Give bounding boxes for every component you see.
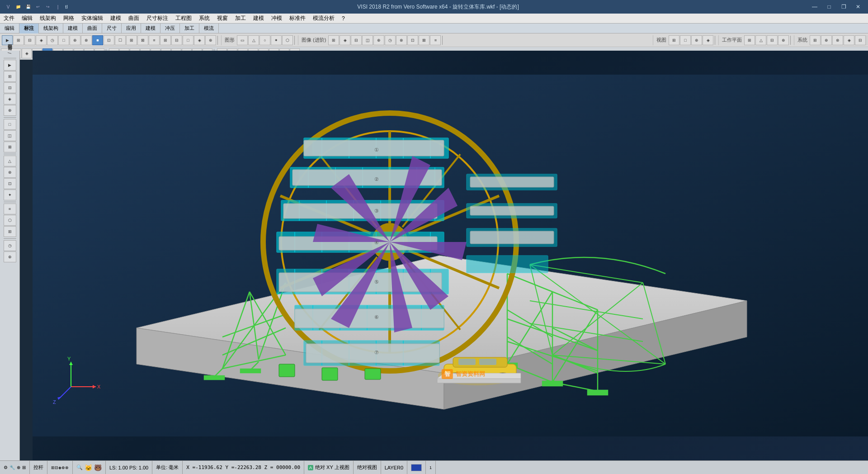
tab-moldflow[interactable]: 模流: [199, 24, 219, 33]
side-btn-10[interactable]: ⊗: [4, 167, 16, 178]
tab-edit[interactable]: 编辑: [0, 24, 19, 33]
side-btn-15[interactable]: ⊞: [4, 226, 16, 237]
minimize-button[interactable]: —: [808, 2, 821, 12]
tool-16[interactable]: ⊟: [171, 35, 182, 45]
shape-4[interactable]: ✦: [271, 35, 282, 45]
menu-surface[interactable]: 曲面: [125, 14, 143, 24]
menu-system[interactable]: 系统: [195, 14, 213, 24]
sys-4[interactable]: ◈: [844, 35, 854, 45]
tool-12[interactable]: ⊞: [126, 35, 137, 45]
tool-9[interactable]: ■: [92, 35, 103, 45]
tool-14[interactable]: ≡: [149, 35, 160, 45]
tool-2[interactable]: ⊞: [13, 35, 24, 45]
tab-build[interactable]: 建模: [63, 24, 83, 33]
menu-machining[interactable]: 加工: [231, 14, 250, 24]
img-6[interactable]: ◷: [385, 35, 396, 45]
sys-2[interactable]: ⊕: [821, 35, 832, 45]
sys-5[interactable]: ⊟: [855, 35, 866, 45]
view-3[interactable]: ⊕: [691, 35, 702, 45]
side-btn-11[interactable]: ⊡: [4, 178, 16, 189]
side-btn-6[interactable]: □: [4, 119, 16, 130]
menu-standard-parts[interactable]: 标准件: [286, 14, 309, 24]
tool-7[interactable]: ⊕: [70, 35, 80, 45]
tool-15[interactable]: ⊞: [160, 35, 171, 45]
shape-5[interactable]: ⬡: [282, 35, 293, 45]
workplane-label: 工作平面: [720, 37, 744, 43]
menu-drawing[interactable]: 工程图: [172, 14, 195, 24]
tool-8[interactable]: ⊗: [81, 35, 92, 45]
menu-mesh[interactable]: 网格: [60, 14, 78, 24]
maximize-button[interactable]: □: [823, 2, 835, 12]
side-btn-12[interactable]: ✦: [4, 190, 16, 200]
tool-11[interactable]: ☐: [115, 35, 126, 45]
tab-stamping[interactable]: 冲压: [160, 24, 180, 33]
icon-t3[interactable]: ◈: [22, 48, 32, 58]
img-10[interactable]: ≡: [430, 35, 441, 45]
tab-size[interactable]: 尺寸: [102, 24, 122, 33]
wp-3[interactable]: ⊟: [767, 35, 778, 45]
side-btn-2[interactable]: ⊞: [4, 71, 16, 82]
img-2[interactable]: ◈: [340, 35, 350, 45]
menu-file[interactable]: 文件: [0, 14, 18, 24]
tool-6[interactable]: □: [58, 35, 69, 45]
tool-19[interactable]: ⊕: [205, 35, 216, 45]
tool-10[interactable]: ⊡: [104, 35, 114, 45]
tool-18[interactable]: ◈: [194, 35, 205, 45]
img-1[interactable]: ⊞: [328, 35, 339, 45]
side-btn-1[interactable]: ▶: [4, 60, 16, 71]
tool-4[interactable]: ◈: [36, 35, 47, 45]
tool-5[interactable]: ◷: [47, 35, 58, 45]
side-btn-3[interactable]: ⊟: [4, 82, 16, 93]
menu-dimension[interactable]: 尺寸标注: [143, 14, 172, 24]
menu-stamping[interactable]: 冲模: [268, 14, 286, 24]
tool-17[interactable]: □: [183, 35, 193, 45]
view-2[interactable]: □: [680, 35, 691, 45]
img-8[interactable]: ⊡: [407, 35, 418, 45]
side-btn-16[interactable]: ◷: [4, 240, 16, 251]
view-4[interactable]: ◈: [703, 35, 713, 45]
window-controls[interactable]: — □ ❐ ✕: [808, 2, 864, 12]
side-btn-13[interactable]: ≡: [4, 204, 16, 214]
side-btn-17[interactable]: ⊕: [4, 251, 16, 262]
tool-3[interactable]: ⊟: [24, 35, 35, 45]
menu-modeling2[interactable]: 建模: [250, 14, 268, 24]
img-5[interactable]: ⊕: [373, 35, 384, 45]
sys-3[interactable]: ⊗: [832, 35, 843, 45]
tab-wireframe[interactable]: 线架构: [39, 24, 63, 33]
img-4[interactable]: ◫: [362, 35, 373, 45]
side-btn-5[interactable]: ⊕: [4, 105, 16, 116]
wp-4[interactable]: ⊕: [778, 35, 789, 45]
wp-1[interactable]: ⊞: [744, 35, 755, 45]
sys-1[interactable]: ⊞: [810, 35, 821, 45]
side-btn-7[interactable]: ◫: [4, 130, 16, 141]
shape-3[interactable]: ○: [259, 35, 270, 45]
view-1[interactable]: ⊞: [669, 35, 679, 45]
tab-apply[interactable]: 应用: [122, 24, 141, 33]
shape-1[interactable]: ▭: [237, 35, 248, 45]
tab-machining[interactable]: 加工: [180, 24, 199, 33]
tool-13[interactable]: ⊠: [137, 35, 148, 45]
tab-model2[interactable]: 建模: [141, 24, 160, 33]
wp-2[interactable]: △: [755, 35, 766, 45]
menu-solid-edit[interactable]: 实体编辑: [78, 14, 107, 24]
side-btn-9[interactable]: △: [4, 156, 16, 166]
menu-mold-flow[interactable]: 模流分析: [309, 14, 338, 24]
menu-help[interactable]: ?: [338, 14, 349, 24]
img-3[interactable]: ⊟: [351, 35, 362, 45]
img-7[interactable]: ⊗: [396, 35, 407, 45]
restore-button[interactable]: ❐: [837, 2, 850, 12]
tab-annotation[interactable]: 标注: [19, 24, 39, 33]
menu-view[interactable]: 视窗: [213, 14, 231, 24]
menu-wireframe[interactable]: 线架构: [36, 14, 60, 24]
menu-model[interactable]: 建模: [107, 14, 125, 24]
menu-edit[interactable]: 编辑: [18, 14, 36, 24]
side-btn-14[interactable]: ⬡: [4, 215, 16, 226]
side-btn-4[interactable]: ◈: [4, 94, 16, 104]
tool-select[interactable]: ▶: [2, 35, 13, 45]
shape-2[interactable]: △: [248, 35, 259, 45]
3d-viewport[interactable]: ① ② ③ ④ ⑤ ⑥ ⑦: [33, 51, 868, 460]
tab-surface[interactable]: 曲面: [83, 24, 102, 33]
side-btn-8[interactable]: ⊠: [4, 142, 16, 152]
img-9[interactable]: ⊠: [419, 35, 429, 45]
close-button[interactable]: ✕: [852, 2, 864, 12]
